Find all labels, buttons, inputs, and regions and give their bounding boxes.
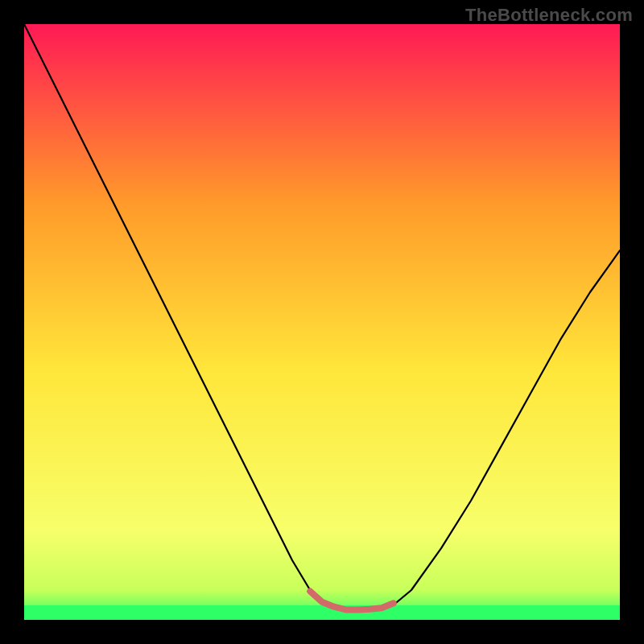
plot-area (24, 24, 620, 620)
watermark-text: TheBottleneck.com (465, 5, 633, 26)
plot-svg (24, 24, 620, 620)
gradient-background (24, 24, 620, 620)
bottom-green-band (24, 605, 620, 620)
chart-canvas: TheBottleneck.com (0, 0, 644, 644)
